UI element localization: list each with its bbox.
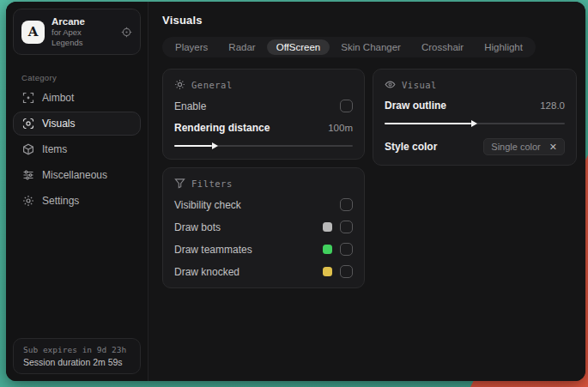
draw-bots-label: Draw bots: [174, 221, 221, 233]
visual-panel-title: Visual: [402, 80, 437, 90]
draw-outline-value: 128.0: [540, 100, 565, 111]
sidebar-item-label: Aimbot: [42, 92, 74, 104]
main-panel: Visuals Players Radar OffScreen Skin Cha…: [149, 2, 585, 381]
visual-panel-header: Visual: [385, 79, 565, 90]
enable-label: Enable: [174, 100, 206, 112]
tab-skin-changer[interactable]: Skin Changer: [331, 39, 410, 55]
draw-teammates-color-swatch[interactable]: [323, 245, 332, 254]
draw-teammates-checkbox[interactable]: [340, 243, 353, 256]
draw-teammates-row: Draw teammates: [174, 243, 353, 256]
visibility-check-checkbox[interactable]: [340, 198, 353, 211]
sub-expiry-text: Sub expires in 9d 23h: [23, 345, 130, 354]
draw-knocked-checkbox[interactable]: [340, 265, 353, 278]
draw-bots-controls: [323, 221, 353, 233]
category-label: Category: [21, 73, 148, 82]
draw-knocked-controls: [323, 265, 353, 278]
general-panel-title: General: [191, 80, 233, 90]
style-color-label: Style color: [385, 141, 437, 153]
sidebar-item-visuals[interactable]: Visuals: [13, 112, 141, 136]
page-title: Visuals: [162, 14, 577, 27]
sun-icon: [174, 79, 185, 90]
enable-checkbox[interactable]: [340, 100, 353, 112]
draw-knocked-row: Draw knocked: [174, 265, 353, 278]
desktop-backdrop: A Arcane for Apex Legends Category: [0, 0, 588, 387]
visibility-check-label: Visibility check: [174, 199, 241, 211]
clear-icon[interactable]: ✕: [549, 142, 557, 152]
slider-thumb-arrow-icon[interactable]: [212, 142, 218, 149]
draw-teammates-controls: [323, 243, 353, 256]
tab-highlight[interactable]: Highlight: [475, 39, 532, 55]
right-column: Visual Draw outline 128.0: [373, 69, 577, 166]
rendering-distance-value: 100m: [328, 123, 353, 133]
tab-crosshair[interactable]: Crosshair: [412, 39, 473, 55]
sidebar-item-items[interactable]: Items: [13, 137, 141, 161]
app-title-block: Arcane for Apex Legends: [52, 15, 114, 48]
draw-teammates-label: Draw teammates: [174, 244, 252, 256]
draw-bots-row: Draw bots: [174, 221, 353, 233]
draw-knocked-color-swatch[interactable]: [323, 267, 332, 276]
general-panel: General Enable Rendering distance 100m: [162, 69, 365, 160]
sidebar-item-label: Items: [42, 143, 67, 155]
app-window: A Arcane for Apex Legends Category: [6, 2, 585, 381]
slider-thumb-arrow-icon[interactable]: [471, 120, 477, 127]
visibility-check-row: Visibility check: [174, 198, 353, 211]
cube-icon: [22, 143, 34, 155]
eye-icon: [385, 79, 396, 90]
draw-outline-slider[interactable]: [385, 120, 565, 127]
rendering-distance-slider[interactable]: [174, 142, 353, 149]
draw-bots-color-swatch[interactable]: [323, 222, 332, 232]
style-color-row: Style color Single color ✕: [385, 138, 565, 155]
slider-fill: [174, 145, 212, 148]
sidebar-item-label: Settings: [42, 195, 79, 207]
app-logo: A: [21, 21, 45, 44]
enable-row: Enable: [174, 100, 353, 112]
tab-bar: Players Radar OffScreen Skin Changer Cro…: [162, 37, 536, 57]
visual-panel: Visual Draw outline 128.0: [373, 69, 577, 166]
sidebar-item-aimbot[interactable]: Aimbot: [13, 86, 141, 110]
eye-scan-icon: [22, 118, 34, 130]
sidebar: A Arcane for Apex Legends Category: [6, 2, 149, 381]
sidebar-item-miscellaneous[interactable]: Miscellaneous: [13, 163, 141, 187]
settings-grid: General Enable Rendering distance 100m: [162, 69, 577, 288]
rendering-distance-label: Rendering distance: [174, 122, 270, 134]
funnel-icon: [174, 178, 185, 189]
left-column: General Enable Rendering distance 100m: [162, 69, 365, 288]
tab-players[interactable]: Players: [166, 39, 217, 55]
draw-knocked-label: Draw knocked: [174, 266, 239, 278]
gear-icon: [22, 195, 34, 207]
sidebar-item-settings[interactable]: Settings: [13, 189, 141, 213]
draw-bots-checkbox[interactable]: [340, 221, 353, 233]
app-name: Arcane: [52, 15, 114, 27]
app-subtitle: for Apex Legends: [52, 27, 114, 48]
general-panel-header: General: [174, 79, 353, 90]
sidebar-item-label: Visuals: [42, 118, 75, 130]
filters-panel-header: Filters: [174, 178, 353, 189]
crosshair-icon: [22, 92, 34, 104]
sidebar-nav: Aimbot Visuals: [6, 86, 148, 213]
rendering-distance-row: Rendering distance 100m: [174, 122, 353, 134]
tab-offscreen[interactable]: OffScreen: [267, 39, 330, 55]
style-color-select[interactable]: Single color ✕: [483, 138, 565, 155]
sliders-icon: [22, 169, 34, 181]
filters-panel: Filters Visibility check Draw bots: [162, 167, 365, 288]
sidebar-item-label: Miscellaneous: [42, 169, 107, 181]
app-header-card: A Arcane for Apex Legends: [13, 9, 141, 55]
target-icon[interactable]: [121, 27, 132, 38]
filters-panel-title: Filters: [191, 178, 233, 189]
tab-radar[interactable]: Radar: [219, 39, 264, 55]
session-duration-text: Session duration 2m 59s: [23, 357, 130, 367]
draw-outline-label: Draw outline: [385, 100, 446, 112]
subscription-card: Sub expires in 9d 23h Session duration 2…: [13, 338, 141, 374]
draw-outline-row: Draw outline 128.0: [385, 100, 565, 112]
sidebar-spacer: [6, 213, 148, 331]
slider-fill: [385, 123, 471, 125]
style-color-value: Single color: [491, 142, 540, 152]
